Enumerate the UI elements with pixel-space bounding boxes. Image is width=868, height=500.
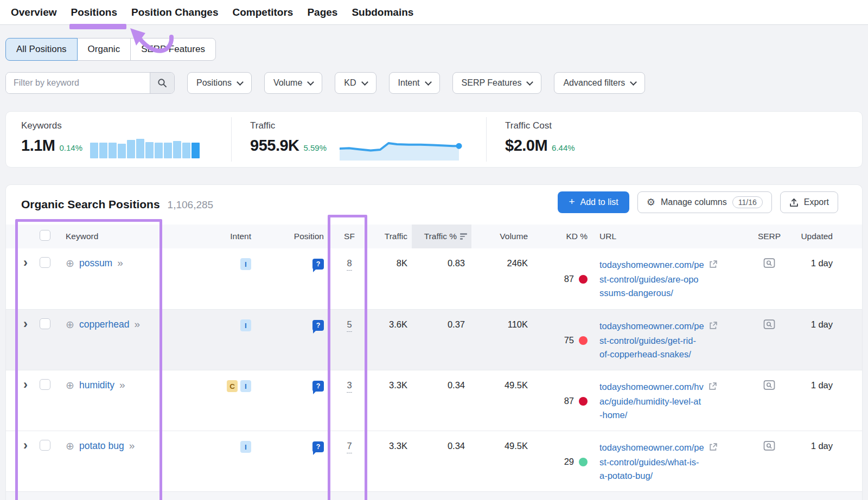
select-all-checkbox[interactable]	[35, 230, 55, 243]
url-link[interactable]: of-copperhead-snakes/	[599, 348, 754, 361]
tab-organic[interactable]: Organic	[77, 38, 131, 61]
add-to-list-button[interactable]: + Add to list	[558, 191, 629, 213]
serp-preview-icon[interactable]	[763, 441, 775, 453]
url-link[interactable]: -home/	[599, 408, 754, 422]
column-header-traffic-pct[interactable]: Traffic %	[412, 225, 471, 248]
nav-tab-competitors[interactable]: Competitors	[232, 7, 293, 18]
external-link-icon[interactable]	[709, 442, 718, 456]
position-question-icon[interactable]: ?	[312, 320, 324, 331]
checkbox-icon	[40, 440, 50, 451]
url-link[interactable]: todayshomeowner.com/pe	[599, 260, 704, 270]
column-header-traffic[interactable]: Traffic	[367, 232, 412, 241]
sf-cell: 8	[331, 248, 367, 300]
keyword-link[interactable]: potato bug	[79, 440, 124, 452]
serp-preview-icon[interactable]	[763, 380, 775, 393]
sf-link[interactable]: 5	[347, 319, 352, 332]
nav-tab-pages[interactable]: Pages	[307, 7, 337, 18]
keyword-cell: ⊕ possum »	[55, 248, 174, 278]
position-question-icon[interactable]: ?	[312, 381, 324, 392]
url-link[interactable]: todayshomeowner.com/hv	[599, 382, 704, 392]
row-checkbox[interactable]	[35, 370, 55, 422]
url-link[interactable]: a-potato-bug/	[599, 469, 754, 483]
expand-row-button[interactable]: ›	[16, 431, 35, 483]
column-header-position[interactable]: Position	[258, 232, 331, 241]
kd-value: 87	[564, 274, 574, 284]
column-header-sf[interactable]: SF	[331, 232, 367, 241]
sf-link[interactable]: 8	[347, 258, 352, 271]
column-header-kd[interactable]: KD %	[533, 232, 593, 241]
row-checkbox[interactable]	[35, 310, 55, 361]
export-button[interactable]: Export	[780, 191, 838, 213]
intent-badge-commercial[interactable]: C	[227, 380, 238, 392]
url-link[interactable]: st-control/guides/are-opo	[599, 273, 754, 286]
manage-columns-button[interactable]: ⚙ Manage columns 11/16	[637, 191, 772, 213]
table-header: Keyword Intent Position SF Traffic Traff…	[6, 225, 862, 248]
url-link[interactable]: todayshomeowner.com/pe	[599, 443, 704, 452]
plus-icon: +	[569, 196, 575, 208]
open-keyword-icon[interactable]: »	[129, 440, 135, 452]
expand-row-button[interactable]: ›	[16, 370, 35, 422]
search-button[interactable]	[150, 73, 174, 93]
url-link[interactable]: ac/guide/humidity-level-at	[599, 395, 754, 408]
expand-row-button[interactable]: ›	[16, 248, 35, 300]
intent-filter-dropdown[interactable]: Intent	[389, 72, 440, 94]
position-question-icon[interactable]: ?	[312, 441, 324, 452]
positions-filter-dropdown[interactable]: Positions	[187, 72, 252, 94]
advanced-filters-dropdown[interactable]: Advanced filters	[554, 72, 645, 94]
open-keyword-icon[interactable]: »	[117, 257, 123, 269]
add-keyword-icon[interactable]: ⊕	[66, 258, 74, 268]
position-question-icon[interactable]: ?	[312, 259, 324, 270]
tab-all-positions[interactable]: All Positions	[5, 38, 78, 61]
open-keyword-icon[interactable]: »	[134, 318, 140, 330]
external-link-icon[interactable]	[708, 381, 717, 395]
external-link-icon[interactable]	[709, 320, 718, 334]
url-link[interactable]: st-control/guides/get-rid-	[599, 334, 754, 348]
add-keyword-icon[interactable]: ⊕	[66, 319, 74, 330]
positions-table-card: Organic Search Positions 1,106,285 + Add…	[5, 184, 863, 500]
kd-filter-dropdown[interactable]: KD	[335, 72, 376, 94]
nav-tab-overview[interactable]: Overview	[11, 7, 57, 18]
traffic-cost-stat-label: Traffic Cost	[505, 120, 552, 131]
serp-preview-icon[interactable]	[763, 319, 775, 332]
traffic-pct-cell: 0.37	[412, 310, 471, 361]
volume-filter-dropdown[interactable]: Volume	[264, 72, 322, 94]
chevron-down-icon	[527, 79, 534, 86]
intent-badge-informational[interactable]: I	[240, 441, 251, 453]
serp-features-filter-dropdown[interactable]: SERP Features	[452, 72, 542, 94]
table-actions: + Add to list ⚙ Manage columns 11/16 Exp…	[558, 191, 838, 213]
row-checkbox[interactable]	[35, 431, 55, 483]
nav-tab-positions[interactable]: Positions	[71, 7, 118, 18]
intent-cell: I	[174, 310, 258, 361]
column-header-intent[interactable]: Intent	[174, 232, 258, 241]
tab-serp-features[interactable]: SERP Features	[130, 38, 216, 61]
url-link[interactable]: st-control/guides/what-is-	[599, 456, 754, 469]
url-link[interactable]: ssums-dangerous/	[599, 286, 754, 300]
search-input[interactable]	[6, 73, 150, 93]
nav-tab-subdomains[interactable]: Subdomains	[352, 7, 413, 18]
row-checkbox[interactable]	[35, 248, 55, 300]
sf-link[interactable]: 7	[347, 441, 352, 453]
add-keyword-icon[interactable]: ⊕	[66, 441, 74, 451]
intent-badge-informational[interactable]: I	[240, 380, 251, 392]
url-link[interactable]: todayshomeowner.com/pe	[599, 321, 704, 331]
sf-link[interactable]: 3	[347, 380, 352, 393]
kd-difficulty-dot	[579, 397, 588, 406]
keyword-link[interactable]: copperhead	[79, 319, 129, 330]
add-keyword-icon[interactable]: ⊕	[66, 380, 74, 390]
column-header-url[interactable]: URL	[593, 232, 754, 241]
intent-badge-informational[interactable]: I	[240, 319, 251, 331]
position-cell: ?	[258, 431, 331, 483]
column-header-serp[interactable]: SERP	[754, 232, 785, 241]
nav-tab-position-changes[interactable]: Position Changes	[131, 7, 218, 18]
column-header-keyword[interactable]: Keyword	[55, 232, 174, 241]
keyword-link[interactable]: possum	[79, 258, 112, 269]
column-header-volume[interactable]: Volume	[471, 232, 533, 241]
expand-row-button[interactable]: ›	[16, 310, 35, 361]
intent-badge-informational[interactable]: I	[240, 258, 251, 270]
open-keyword-icon[interactable]: »	[119, 379, 125, 391]
column-header-updated[interactable]: Updated	[785, 232, 845, 241]
external-link-icon[interactable]	[709, 259, 718, 273]
serp-preview-icon[interactable]	[763, 258, 775, 271]
kd-cell: 87	[533, 370, 593, 422]
keyword-link[interactable]: humidity	[79, 380, 114, 391]
